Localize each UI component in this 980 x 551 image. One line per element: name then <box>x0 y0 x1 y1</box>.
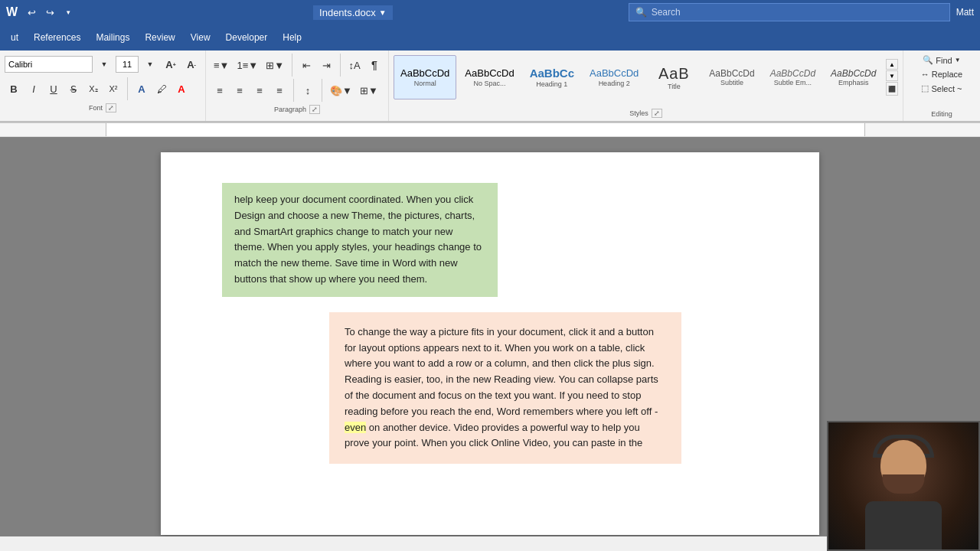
orange-text-pre: To change the way a picture fits in your… <box>345 326 658 417</box>
menu-bar: ut References Mailings Review View Devel… <box>0 24 980 51</box>
style-emphasis-name: Emphasis <box>838 79 869 86</box>
styles-section-label: Styles ⤢ <box>394 107 898 118</box>
increase-font-button[interactable]: A+ <box>162 54 180 75</box>
undo-redo-group: ↩ ↪ ▼ <box>22 2 77 23</box>
style-subtle-em-preview: AaBbCcDd <box>770 68 815 79</box>
text-highlight-button[interactable]: 🖊 <box>152 78 171 99</box>
style-subtle-em[interactable]: AaBbCcDd Subtle Em... <box>763 55 822 99</box>
borders-button[interactable]: ⊞▼ <box>357 80 381 101</box>
customize-qat-button[interactable]: ▼ <box>59 2 77 23</box>
strikethrough-button[interactable]: S̶ <box>64 78 83 99</box>
divider5 <box>322 79 322 102</box>
style-title-preview: AaB <box>658 64 690 83</box>
menu-item-mailings[interactable]: Mailings <box>88 28 137 47</box>
search-box[interactable]: 🔍 Search <box>629 3 950 21</box>
style-title[interactable]: AaB Title <box>647 55 701 99</box>
editing-section-label: Editing <box>931 110 952 118</box>
paragraph-expand-icon[interactable]: ⤢ <box>309 105 320 114</box>
search-placeholder: Search <box>652 7 681 18</box>
style-heading1-name: Heading 1 <box>536 80 567 88</box>
style-subtitle-name: Subtitle <box>720 79 743 86</box>
person-body <box>865 501 942 551</box>
style-no-spacing-preview: AaBbCcDd <box>465 67 514 80</box>
font-section-label: Font ⤢ <box>5 102 201 112</box>
divider1 <box>127 77 128 100</box>
style-emphasis[interactable]: AaBbCcDd Emphasis <box>824 55 883 99</box>
menu-item-references[interactable]: References <box>26 28 88 47</box>
font-size-dropdown[interactable]: ▼ <box>141 54 159 75</box>
styles-expand-icon[interactable]: ⤢ <box>652 109 662 118</box>
font-size-input[interactable] <box>116 56 139 73</box>
style-heading2-name: Heading 2 <box>599 80 630 87</box>
style-heading2-preview: AaBbCcDd <box>590 67 639 80</box>
style-heading2[interactable]: AaBbCcDd Heading 2 <box>583 55 645 99</box>
divider3 <box>340 54 341 77</box>
align-left-button[interactable]: ≡ <box>211 80 229 101</box>
decrease-indent-button[interactable]: ⇤ <box>297 54 315 76</box>
style-normal-name: Normal <box>414 80 436 87</box>
menu-item-layout[interactable]: ut <box>3 28 26 47</box>
italic-button[interactable]: I <box>24 78 43 99</box>
green-text-block: help keep your document coordinated. Whe… <box>222 183 498 297</box>
subscript-button[interactable]: X₂ <box>84 78 103 99</box>
bold-button[interactable]: B <box>5 78 23 99</box>
divider2 <box>292 54 292 77</box>
superscript-button[interactable]: X² <box>104 78 122 99</box>
shading-button[interactable]: 🎨▼ <box>327 80 355 101</box>
person-beard <box>883 474 925 494</box>
menu-item-review[interactable]: Review <box>137 28 182 47</box>
paragraph-section-label: Paragraph ⤢ <box>211 103 384 114</box>
font-color-button[interactable]: A <box>172 78 191 99</box>
find-button[interactable]: 🔍 Find ▼ <box>918 54 965 67</box>
style-normal[interactable]: AaBbCcDd Normal <box>394 55 456 99</box>
justify-button[interactable]: ≡ <box>270 80 289 101</box>
highlighted-word: even <box>345 422 366 433</box>
align-right-button[interactable]: ≡ <box>250 80 269 101</box>
menu-item-help[interactable]: Help <box>275 28 309 47</box>
sort-button[interactable]: ↕A <box>345 54 364 76</box>
menu-item-developer[interactable]: Developer <box>218 28 276 47</box>
style-heading1-preview: AaBbCc <box>530 67 574 80</box>
style-scroll-down[interactable]: ▼ <box>886 70 898 81</box>
title-bar-center: Indents.docx ▼ <box>313 5 393 20</box>
title-bar: W ↩ ↪ ▼ Indents.docx ▼ 🔍 Search Matt <box>0 0 980 24</box>
ruler-inner <box>106 123 865 136</box>
doc-title[interactable]: Indents.docx ▼ <box>313 5 393 20</box>
style-heading1[interactable]: AaBbCc Heading 1 <box>523 55 581 99</box>
find-arrow: ▼ <box>955 57 961 64</box>
style-no-spacing-name: No Spac... <box>473 80 505 87</box>
replace-icon: ↔ <box>921 70 929 79</box>
orange-text-block: To change the way a picture fits in your… <box>329 312 681 464</box>
line-spacing-button[interactable]: ↕ <box>299 80 317 101</box>
style-title-name: Title <box>668 83 681 90</box>
font-expand-icon[interactable]: ⤢ <box>106 103 116 112</box>
style-emphasis-preview: AaBbCcDd <box>831 68 876 79</box>
underline-button[interactable]: U <box>44 78 63 99</box>
style-normal-preview: AaBbCcDd <box>400 67 449 80</box>
style-no-spacing[interactable]: AaBbCcDd No Spac... <box>458 55 521 99</box>
bullets-button[interactable]: ≡▼ <box>211 54 232 76</box>
text-effects-button[interactable]: A <box>132 78 151 99</box>
redo-button[interactable]: ↪ <box>41 2 59 23</box>
font-name-dropdown[interactable]: ▼ <box>95 54 113 75</box>
username: Matt <box>956 7 974 18</box>
style-scroll-up[interactable]: ▲ <box>886 59 898 70</box>
undo-button[interactable]: ↩ <box>22 2 41 23</box>
multilevel-list-button[interactable]: ⊞▼ <box>263 54 287 76</box>
doc-title-arrow[interactable]: ▼ <box>379 8 387 17</box>
align-center-button[interactable]: ≡ <box>230 80 249 101</box>
increase-indent-button[interactable]: ⇥ <box>317 54 335 76</box>
show-formatting-button[interactable]: ¶ <box>365 54 384 76</box>
numbering-button[interactable]: 1≡▼ <box>234 54 261 76</box>
menu-item-view[interactable]: View <box>183 28 218 47</box>
font-name-input[interactable] <box>5 56 93 73</box>
style-subtitle[interactable]: AaBbCcDd Subtitle <box>702 55 761 99</box>
word-logo-icon: W <box>6 5 18 19</box>
style-subtitle-preview: AaBbCcDd <box>709 68 754 79</box>
decrease-font-button[interactable]: A- <box>182 54 201 75</box>
replace-button[interactable]: ↔ Replace <box>916 68 967 80</box>
select-button[interactable]: ⬚ Select ~ <box>916 82 966 95</box>
search-icon: 🔍 <box>635 7 647 18</box>
select-icon: ⬚ <box>921 83 929 93</box>
style-expand[interactable]: ⬛ <box>886 82 898 96</box>
